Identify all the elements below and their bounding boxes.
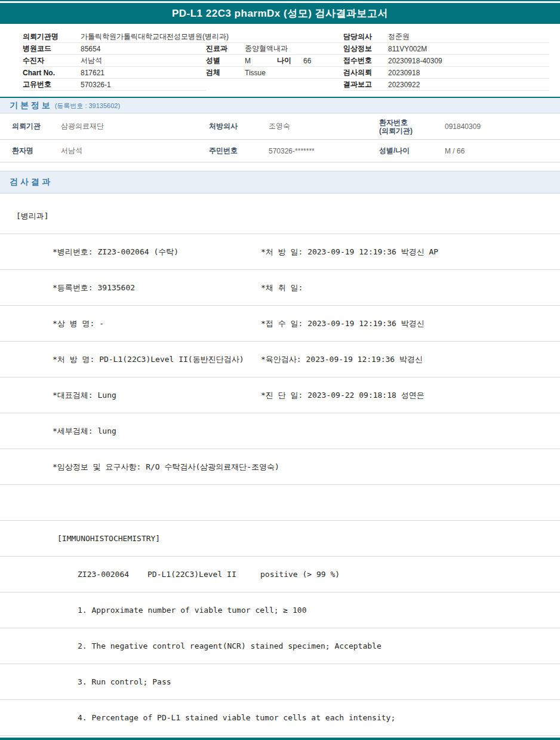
age-value: 66: [303, 57, 311, 65]
department-row: [병리과]: [0, 194, 560, 234]
result-detail-row: *세부검체: lung: [0, 413, 560, 449]
results-body: [병리과] *병리번호: ZI23-002064 (수탁) *처 방 일: 20…: [0, 194, 560, 736]
pathology-no: *병리번호: ZI23-002064 (수탁): [0, 247, 261, 257]
ihc-test-name: PD-L1(22C3)Level II: [147, 570, 260, 579]
receipt-no-value: 20230918-40309: [388, 57, 442, 65]
result-detail-row: *임상정보 및 요구사항: R/O 수탁검사(삼광의료재단-조영숙): [0, 449, 560, 485]
prescribing-doctor-label: 처방의사: [209, 121, 269, 131]
specimen-label: 검체: [206, 67, 245, 78]
field-request-date: 검사의뢰 20230918: [343, 67, 549, 79]
age-label: 나이: [277, 56, 291, 66]
field-requesting-org: 의뢰기관명 가톨릭학원가톨릭대학교대전성모병원(병리과): [23, 31, 343, 43]
basic-info-title: 기 본 정 보: [10, 100, 50, 111]
sex-label: 성별: [206, 56, 245, 66]
ihc-finding-row: 2. The negative control reagent(NCR) sta…: [0, 628, 560, 664]
referral-org-label: 의뢰기관: [12, 121, 61, 131]
top-divider: [0, 0, 560, 1]
patient-header-row: 의뢰기관명 가톨릭학원가톨릭대학교대전성모병원(병리과) 담당의사 정준원: [23, 31, 549, 43]
patient-name-label: 수진자: [23, 56, 81, 66]
ihc-specimen-no: ZI23-002064: [78, 570, 147, 579]
sub-specimen: *세부검체: lung: [0, 426, 261, 437]
resident-no-label: 주민번호: [209, 146, 269, 156]
field-specimen: 검체 Tissue: [206, 67, 343, 79]
patient-header-row: 고유번호 570326-1 결과보고 20230922: [23, 79, 549, 91]
result-detail-row: *등록번호: 39135602 *채 취 일:: [0, 270, 560, 306]
patient-no-value: 091840309: [445, 122, 560, 131]
unique-no-label: 고유번호: [23, 79, 81, 90]
order-name: *처 방 명: PD-L1(22C3)Level II(동반진단검사): [0, 354, 261, 365]
collection-date: *채 취 일:: [261, 283, 560, 293]
report-date-label: 결과보고: [343, 79, 388, 90]
field-department: 진료과 종양혈액내과: [206, 43, 343, 55]
department-label: 진료과: [206, 44, 245, 54]
patient-no-label-line2: (의뢰기관): [379, 127, 445, 135]
diagnosis-name: *상 병 명: -: [0, 318, 261, 329]
table-row: 환자명 서남석 주민번호 570326-******* 성별/나이 M / 66: [0, 140, 560, 162]
specimen-value: Tissue: [245, 69, 266, 77]
ihc-result-row: ZI23-002064 PD-L1(22C3)Level II positive…: [0, 557, 560, 592]
main-specimen: *대표검체: Lung: [0, 390, 261, 401]
ihc-result-value: positive (> 99 %): [260, 570, 340, 579]
table-row: 의뢰기관 삼광의료재단 처방의사 조영숙 환자번호 (의뢰기관) 0918403…: [0, 113, 560, 140]
report-page: PD-L1 22C3 pharmDx (성모) 검사결과보고서 의뢰기관명 가톨…: [0, 0, 560, 740]
ihc-finding-3: 3. Run control; Pass: [78, 677, 171, 686]
basic-info-section-header: 기 본 정 보 (등록번호 : 39135602): [0, 98, 560, 113]
patient-header-row: 병원코드 85654 진료과 종양혈액내과 임상정보 811VY002M: [23, 43, 549, 55]
ihc-finding-row: 1. Approximate number of viable tumor ce…: [0, 592, 560, 628]
patient-name-value: 서남석: [61, 146, 209, 156]
field-clinical-info: 임상정보 811VY002M: [343, 43, 549, 55]
result-detail-row: *처 방 명: PD-L1(22C3)Level II(동반진단검사) *육안검…: [0, 342, 560, 377]
result-detail-row: *대표검체: Lung *진 단 일: 2023-09-22 09:18:18 …: [0, 377, 560, 413]
report-date-value: 20230922: [388, 81, 420, 89]
basic-info-table: 의뢰기관 삼광의료재단 처방의사 조영숙 환자번호 (의뢰기관) 0918403…: [0, 113, 560, 162]
patient-name-value: 서남석: [81, 56, 102, 66]
field-unique-no: 고유번호 570326-1: [23, 79, 206, 91]
ihc-finding-row: 3. Run control; Pass: [0, 664, 560, 700]
field-hospital-code: 병원코드 85654: [23, 43, 206, 55]
ihc-finding-4: 4. Percentage of PD-L1 stained viable tu…: [78, 713, 395, 722]
referral-org-value: 삼광의료재단: [61, 121, 209, 131]
clinical-request-info: *임상정보 및 요구사항: R/O 수탁검사(삼광의료재단-조영숙): [0, 462, 261, 472]
spacer: [206, 79, 343, 91]
ihc-section-row: [IMMUNOHISTOCHEMISTRY]: [0, 521, 560, 557]
patient-header: 의뢰기관명 가톨릭학원가톨릭대학교대전성모병원(병리과) 담당의사 정준원 병원…: [0, 24, 560, 97]
hospital-code-label: 병원코드: [23, 44, 81, 54]
receipt-no-label: 접수번호: [343, 56, 388, 66]
chart-no-value: 817621: [81, 69, 104, 77]
field-chart-no: Chart No. 817621: [23, 67, 206, 79]
sex-age-value: M / 66: [445, 147, 560, 155]
resident-no-value: 570326-*******: [269, 147, 379, 155]
receipt-date: *접 수 일: 2023-09-19 12:19:36 박경신: [261, 318, 560, 329]
registration-no: *등록번호: 39135602: [0, 283, 261, 293]
ihc-finding-2: 2. The negative control reagent(NCR) sta…: [78, 641, 381, 650]
clinical-info-value: 811VY002M: [388, 45, 427, 53]
field-sex-age: 성별 M 나이 66: [206, 55, 343, 67]
ihc-finding-row: 4. Percentage of PD-L1 stained viable tu…: [0, 700, 560, 736]
chart-no-label: Chart No.: [23, 69, 81, 77]
gross-exam-date: *육안검사: 2023-09-19 12:19:36 박경신: [261, 354, 560, 365]
sex-value: M: [245, 57, 251, 65]
department-tag: [병리과]: [16, 211, 49, 222]
diagnosis-date: *진 단 일: 2023-09-22 09:18:18 성연은: [261, 390, 560, 401]
requesting-org-label: 의뢰기관명: [23, 32, 81, 42]
order-date: *처 방 일: 2023-09-19 12:19:36 박경신 AP: [261, 247, 560, 257]
request-date-label: 검사의뢰: [343, 67, 388, 78]
request-date-value: 20230918: [388, 69, 420, 77]
result-detail-row: *상 병 명: - *접 수 일: 2023-09-19 12:19:36 박경…: [0, 306, 560, 342]
field-attending-doctor: 담당의사 정준원: [343, 31, 549, 43]
patient-no-label: 환자번호 (의뢰기관): [379, 118, 445, 135]
requesting-org-value: 가톨릭학원가톨릭대학교대전성모병원(병리과): [81, 32, 229, 42]
field-patient-name: 수진자 서남석: [23, 55, 206, 67]
result-detail-row: *병리번호: ZI23-002064 (수탁) *처 방 일: 2023-09-…: [0, 234, 560, 270]
results-section-header: 검 사 결 과: [0, 171, 560, 194]
department-value: 종양혈액내과: [245, 44, 288, 54]
unique-no-value: 570326-1: [81, 81, 111, 89]
prescribing-doctor-value: 조영숙: [269, 121, 379, 131]
basic-info-registration-no: (등록번호 : 39135602): [55, 100, 120, 110]
clinical-info-label: 임상정보: [343, 44, 388, 54]
field-receipt-no: 접수번호 20230918-40309: [343, 55, 549, 67]
report-title: PD-L1 22C3 pharmDx (성모) 검사결과보고서: [172, 7, 388, 20]
attending-doctor-label: 담당의사: [343, 32, 388, 42]
attending-doctor-value: 정준원: [388, 32, 410, 42]
patient-header-row: Chart No. 817621 검체 Tissue 검사의뢰 20230918: [23, 67, 549, 79]
